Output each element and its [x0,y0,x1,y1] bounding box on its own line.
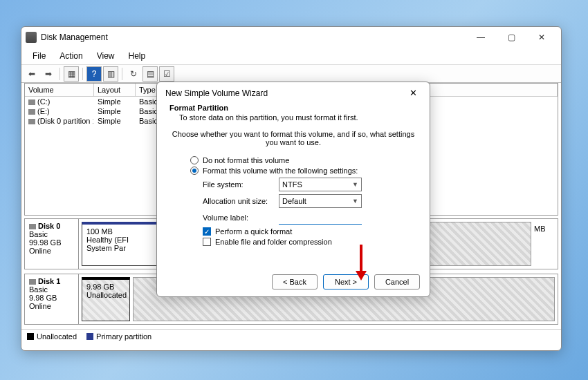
col-volume[interactable]: Volume [25,84,94,96]
chevron-down-icon: ▼ [352,181,358,188]
menu-action[interactable]: Action [53,49,89,63]
disk-label: Disk 0 Basic 99.98 GB Online [25,219,79,269]
table-icon[interactable]: ▦ [64,66,79,82]
menubar: File Action View Help [21,48,561,65]
list-icon[interactable]: ▥ [103,66,118,82]
check-icon[interactable]: ☑ [159,66,174,82]
disk-label: Disk 1 Basic 9.98 GB Online [25,274,79,324]
volume-label-label: Volume label: [203,213,279,222]
dialog-heading: Format Partition [169,104,417,112]
col-layout[interactable]: Layout [94,84,136,96]
window-title: Disk Management [41,32,466,42]
minimize-button[interactable]: — [466,28,496,47]
grid-icon[interactable]: ▤ [143,66,158,82]
next-button[interactable]: Next > [323,274,369,289]
radio-do-not-format[interactable] [190,156,199,164]
checkbox-quick-format[interactable]: ✓ [203,227,211,236]
new-simple-volume-wizard-dialog: New Simple Volume Wizard ✕ Format Partit… [156,82,430,297]
close-button[interactable]: ✕ [526,28,557,47]
checkbox-compression-label: Enable file and folder compression [215,238,332,246]
radio-format-label: Format this volume with the following se… [203,167,358,175]
drive-icon [28,109,35,115]
allocation-size-label: Allocation unit size: [203,197,279,205]
radio-format[interactable] [190,167,199,175]
legend-swatch-primary [86,333,93,340]
drive-icon [28,99,35,105]
dialog-instruction: Choose whether you want to format this v… [169,130,417,146]
disk-icon [29,279,36,285]
help-icon[interactable]: ? [86,66,102,82]
back-button[interactable]: < Back [272,274,318,289]
menu-view[interactable]: View [90,49,122,63]
cancel-button[interactable]: Cancel [374,274,420,289]
chevron-down-icon: ▼ [352,198,358,205]
partition-box[interactable]: 100 MB Healthy (EFI System Par [82,222,158,266]
dialog-title: New Simple Volume Wizard [165,88,405,98]
forward-icon[interactable]: ➡ [41,66,56,82]
menu-help[interactable]: Help [122,49,153,63]
disk-icon [29,224,36,229]
partition-tail: MB [531,222,555,266]
checkbox-quick-format-label: Perform a quick format [215,227,292,236]
dialog-titlebar[interactable]: New Simple Volume Wizard ✕ [157,82,430,101]
checkbox-compression[interactable] [203,238,211,246]
file-system-label: File system: [203,180,279,189]
file-system-select[interactable]: NTFS ▼ [279,178,362,191]
close-icon[interactable]: ✕ [405,88,421,98]
allocation-size-select[interactable]: Default ▼ [279,194,362,208]
dialog-subheading: To store data on this partition, you mus… [179,113,417,122]
drive-icon [28,119,35,124]
legend: Unallocated Primary partition [21,329,561,343]
toolbar: ⬅ ➡ ▦ ? ▥ ↻ ▤ ☑ [21,65,561,83]
partition-box[interactable]: 9.98 GB Unallocated [82,277,130,321]
radio-do-not-format-label: Do not format this volume [203,156,289,164]
volume-label-input[interactable] [279,211,362,225]
back-icon[interactable]: ⬅ [24,66,39,82]
menu-file[interactable]: File [26,49,53,63]
legend-swatch-unallocated [27,333,34,340]
app-icon [26,32,37,43]
refresh-icon[interactable]: ↻ [126,66,141,82]
maximize-button[interactable]: ▢ [496,28,526,47]
titlebar[interactable]: Disk Management — ▢ ✕ [21,27,561,48]
